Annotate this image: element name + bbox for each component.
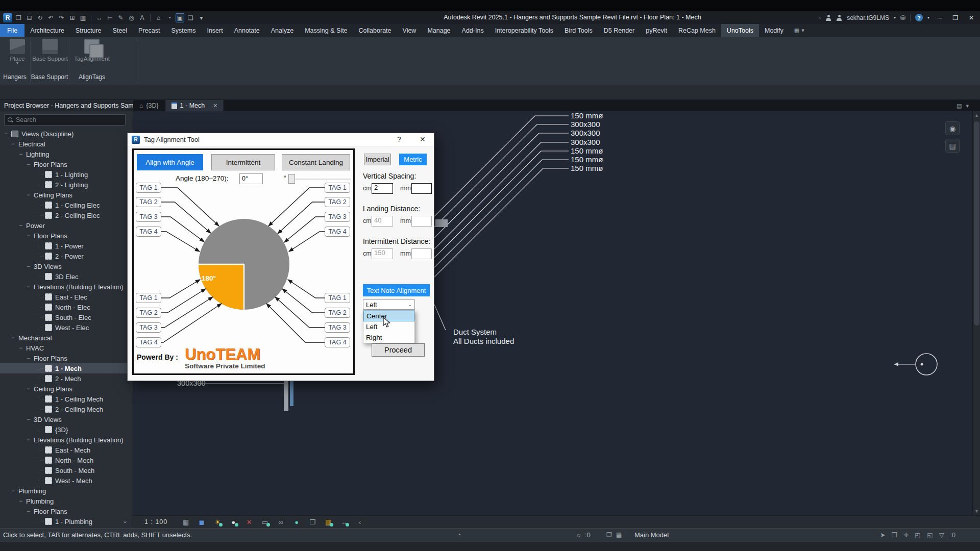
base-support-button[interactable]: Base Support [32, 39, 68, 70]
view-tab-3d[interactable]: ⌂ {3D} [133, 100, 165, 111]
proceed-button[interactable]: Proceed [372, 343, 425, 357]
tree-scroll-down-icon[interactable]: ⌄ [122, 517, 128, 524]
collapse-icon[interactable]: − [27, 263, 34, 270]
analytic-model-icon[interactable]: ▦ [324, 518, 333, 527]
tag-alignment-button[interactable]: TagAlignment [70, 39, 113, 70]
user-avatar-icon[interactable] [836, 15, 842, 21]
sheet-icon[interactable]: ▥ [79, 13, 87, 22]
metric-button[interactable]: Metric [399, 154, 427, 165]
canvas-vertical-scrollbar[interactable]: ▲ ▼ [972, 111, 980, 515]
tree-item-west-mech[interactable]: West - Mech [0, 475, 133, 486]
ribbon-tab-annotate[interactable]: Annotate [229, 24, 265, 37]
sync-icon[interactable]: ↻ [36, 13, 44, 22]
ribbon-tab-recap-mesh[interactable]: ReCap Mesh [673, 24, 721, 37]
tree-item-1-mech[interactable]: 1 - Mech [0, 363, 133, 373]
tree-item-east-elec[interactable]: East - Elec [0, 292, 133, 302]
select-face-icon[interactable]: ◰ [915, 531, 921, 539]
tree-item-1-power[interactable]: 1 - Power [0, 241, 133, 251]
tree-item-ceiling-plans[interactable]: −Ceiling Plans [0, 190, 133, 200]
scroll-up-icon[interactable]: ▲ [973, 113, 980, 118]
collapse-icon[interactable]: − [19, 344, 26, 352]
collapse-icon[interactable]: − [11, 334, 18, 341]
vertical-mm-input[interactable] [411, 183, 432, 194]
collapse-icon[interactable]: − [27, 436, 34, 443]
signed-in-user[interactable]: sekhar.tG9LMS [847, 14, 889, 21]
collapse-icon[interactable]: − [19, 222, 26, 229]
tree-item-east-mech[interactable]: East - Mech [0, 445, 133, 455]
collapse-icon[interactable]: − [27, 283, 34, 290]
tree-item-south-mech[interactable]: South - Mech [0, 465, 133, 475]
tree-item-2-power[interactable]: 2 - Power [0, 251, 133, 261]
tree-item-elevations-building-elevation-[interactable]: −Elevations (Building Elevation) [0, 282, 133, 292]
crop-region-icon[interactable]: ▭ [260, 518, 270, 527]
user-dropdown-icon[interactable]: ▾ [894, 15, 896, 20]
measure-icon[interactable]: ↔ [95, 13, 104, 22]
tree-item-mechanical[interactable]: −Mechanical [0, 333, 133, 343]
collapse-icon[interactable]: − [27, 161, 34, 168]
ribbon-tab-analyze[interactable]: Analyze [265, 24, 299, 37]
select-underlay-icon[interactable]: ❒ [892, 531, 897, 539]
modify-panel-icon[interactable]: ▦ [794, 27, 799, 34]
ribbon-tab-architecture[interactable]: Architecture [24, 24, 70, 37]
customize-icon[interactable]: ▾ [197, 13, 206, 22]
save-icon[interactable]: ⊟ [25, 13, 34, 22]
landing-cm-input[interactable]: 40 [372, 216, 393, 227]
tree-item-elevations-building-elevation-[interactable]: −Elevations (Building Elevation) [0, 435, 133, 445]
tree-item-2-lighting[interactable]: 2 - Lighting [0, 180, 133, 190]
tree-item-3d-elec[interactable]: 3D Elec [0, 271, 133, 282]
render-icon[interactable]: ◔ [165, 13, 174, 22]
tree-item-views-discipline-[interactable]: −Views (Discipline) [0, 129, 133, 139]
worksharing-icon[interactable]: ◔ [457, 531, 461, 539]
shadows-icon[interactable]: ● [229, 518, 238, 527]
dialog-title-bar[interactable]: R Tag Alignment Tool [128, 133, 434, 146]
collapse-icon[interactable]: − [27, 232, 34, 239]
tree-item-floor-plans[interactable]: −Floor Plans [0, 353, 133, 363]
ribbon-tab-add-ins[interactable]: Add-Ins [456, 24, 489, 37]
help-dropdown-icon[interactable]: ▾ [927, 15, 929, 20]
collapse-icon[interactable]: − [4, 130, 11, 137]
ribbon-tab-manage[interactable]: Manage [422, 24, 456, 37]
intermittent-cm-input[interactable]: 150 [372, 248, 393, 259]
ribbon-tab-file[interactable]: File [0, 24, 24, 37]
ribbon-tab-massing-site[interactable]: Massing & Site [299, 24, 353, 37]
text-note-alignment-header[interactable]: Text Note Alignment [363, 284, 430, 296]
ribbon-tab-interoperability-tools[interactable]: Interoperability Tools [489, 24, 559, 37]
tree-item-hvac[interactable]: −HVAC [0, 343, 133, 353]
detail-level-icon[interactable]: ▦ [181, 518, 190, 527]
reveal-hidden-icon[interactable]: ∞ [276, 518, 285, 527]
select-link-icon[interactable]: ➤ [880, 531, 885, 539]
sun-path-icon[interactable]: ☀ [213, 518, 222, 527]
tree-item-floor-plans[interactable]: −Floor Plans [0, 506, 133, 516]
active-design-option[interactable]: Main Model [634, 531, 669, 539]
ribbon-tab-insert[interactable]: Insert [201, 24, 228, 37]
collapse-icon[interactable]: − [27, 416, 34, 423]
tree-item-2-ceiling-elec[interactable]: 2 - Ceiling Elec [0, 210, 133, 220]
ribbon-tab-systems[interactable]: Systems [165, 24, 201, 37]
alignment-option-right[interactable]: Right [363, 332, 414, 343]
copy-icon[interactable]: ❏ [186, 13, 195, 22]
ribbon-tab-steel[interactable]: Steel [107, 24, 133, 37]
collapse-icon[interactable]: − [27, 191, 34, 198]
temporary-view-icon[interactable]: ● [292, 518, 301, 527]
collapse-icon[interactable]: − [19, 151, 26, 158]
vertical-cm-input[interactable]: 2 [372, 183, 393, 194]
tab-list-icon[interactable]: ▤ [957, 103, 962, 109]
open-icon[interactable]: ❐ [14, 13, 23, 22]
copy-view-icon[interactable]: ❐ [308, 518, 317, 527]
tree-item-1-lighting[interactable]: 1 - Lighting [0, 169, 133, 180]
lookup-icon[interactable]: ◎ [127, 13, 136, 22]
collapse-icon[interactable]: − [27, 385, 34, 392]
tree-item-1-ceiling-elec[interactable]: 1 - Ceiling Elec [0, 200, 133, 210]
community-icon[interactable] [825, 15, 831, 21]
minimize-button[interactable]: ─ [934, 13, 945, 23]
tree-item-north-mech[interactable]: North - Mech [0, 455, 133, 465]
help-icon[interactable]: ? [915, 14, 923, 21]
tree-item-floor-plans[interactable]: −Floor Plans [0, 159, 133, 169]
dialog-close-button[interactable]: ✕ [420, 135, 426, 143]
dialog-help-button[interactable]: ? [397, 135, 401, 143]
tree-item-electrical[interactable]: −Electrical [0, 139, 133, 149]
project-browser-header[interactable]: Project Browser - Hangers and Supports S… [0, 100, 133, 111]
ribbon-tab-view[interactable]: View [397, 24, 422, 37]
dimension-icon[interactable]: ⊢ [106, 13, 114, 22]
close-tab-icon[interactable]: ✕ [213, 103, 217, 109]
